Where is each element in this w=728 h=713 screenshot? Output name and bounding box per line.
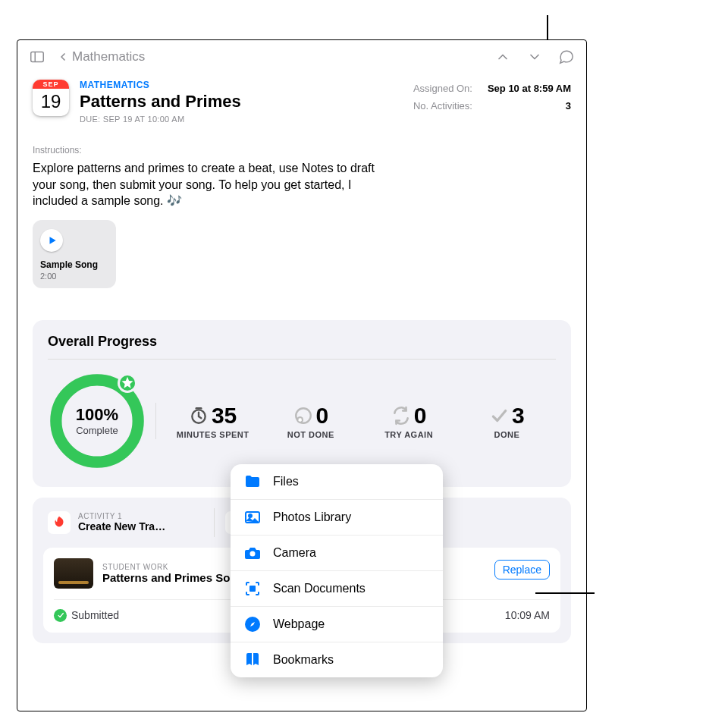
sidebar-toggle-icon[interactable] [27,46,48,68]
photo-icon [243,507,262,527]
due-label: DUE: SEP 19 AT 10:00 AM [80,115,403,124]
student-work-title: Patterns and Primes Song [102,571,244,584]
header-meta: Assigned On: Sep 10 at 8:59 AM No. Activ… [413,80,571,124]
activity-1-title: Create New Tra… [78,520,165,532]
svg-line-8 [199,416,201,418]
compass-icon [243,614,262,634]
menu-bookmarks[interactable]: Bookmarks [231,642,443,677]
attachment-title: Sample Song [40,259,108,270]
back-label: Mathematics [72,49,145,64]
assignment-title: Patterns and Primes [80,92,403,112]
menu-webpage-label: Webpage [273,617,325,631]
menu-photos[interactable]: Photos Library [231,499,443,535]
assignment-header: SEP 19 MATHEMATICS Patterns and Primes D… [17,74,586,130]
tryagain-icon [391,406,411,426]
instructions-label: Instructions: [17,130,586,160]
menu-camera-label: Camera [273,546,316,560]
num-activities-value: 3 [566,100,571,112]
progress-card: Overall Progress 100% Complete [33,320,571,487]
svg-rect-21 [249,586,256,592]
stat-tryagain-value: 0 [414,403,427,429]
garageband-icon [48,511,71,534]
menu-photos-label: Photos Library [273,510,351,524]
stat-minutes: 35 MINUTES SPENT [164,403,262,439]
back-button[interactable]: Mathematics [57,49,145,64]
progress-badge-icon [118,373,137,393]
calendar-month: SEP [33,80,69,89]
activity-1[interactable]: ACTIVITY 1 Create New Tra… [43,508,206,537]
calendar-icon: SEP 19 [33,80,69,116]
instructions-text: Explore patterns and primes to create a … [17,160,397,209]
chat-icon[interactable] [556,46,577,68]
stat-done-label: DONE [494,430,519,439]
submitted-time: 10:09 AM [505,609,550,621]
work-thumbnail-icon [54,558,93,589]
menu-webpage[interactable]: Webpage [231,606,443,642]
play-icon[interactable] [40,229,63,252]
svg-point-19 [249,514,252,517]
checkmark-icon [489,406,509,426]
assigned-on-value: Sep 10 at 8:59 AM [488,83,571,94]
student-work-label: STUDENT WORK [102,563,244,571]
camera-icon [243,543,262,563]
progress-ring: 100% Complete [48,372,146,470]
stat-notdone-value: 0 [316,403,329,429]
prev-icon[interactable] [492,46,513,68]
stat-minutes-value: 35 [212,403,237,429]
progress-percent: 100% [76,405,118,425]
svg-marker-2 [50,237,56,243]
menu-bookmarks-label: Bookmarks [273,653,334,667]
activity-1-label: ACTIVITY 1 [78,512,165,520]
stat-tryagain-label: TRY AGAIN [384,430,433,439]
scan-icon [243,579,262,598]
progress-percent-sub: Complete [76,425,118,436]
menu-scan[interactable]: Scan Documents [231,570,443,606]
stat-tryagain: 0 TRY AGAIN [360,403,458,439]
clock-icon [189,406,209,426]
attach-menu: Files Photos Library Camera Scan Documen… [231,464,443,677]
notdone-icon [293,406,313,426]
folder-icon [243,472,262,492]
replace-button[interactable]: Replace [494,560,550,580]
callout-line-right [535,592,595,594]
stat-done-value: 3 [512,403,525,429]
menu-scan-label: Scan Documents [273,582,366,595]
next-icon[interactable] [524,46,545,68]
svg-rect-0 [31,52,44,62]
submitted-label: Submitted [71,609,119,621]
svg-marker-5 [122,376,133,388]
submitted-check-icon [54,609,67,622]
stat-notdone-label: NOT DONE [287,430,334,439]
attachment-card[interactable]: Sample Song 2:00 [33,220,116,288]
assigned-on-label: Assigned On: [413,83,472,94]
menu-camera[interactable]: Camera [231,535,443,570]
calendar-day: 19 [41,89,61,115]
svg-point-20 [250,551,256,557]
num-activities-label: No. Activities: [413,100,472,112]
stat-minutes-label: MINUTES SPENT [177,430,249,439]
nav-bar: Mathematics [17,40,586,74]
attachment-duration: 2:00 [40,272,108,281]
subject-label: MATHEMATICS [80,80,403,90]
bookmarks-icon [243,650,262,670]
stat-notdone: 0 NOT DONE [262,403,359,439]
stat-done: 3 DONE [458,403,556,439]
menu-files[interactable]: Files [231,464,443,499]
menu-files-label: Files [273,475,299,488]
